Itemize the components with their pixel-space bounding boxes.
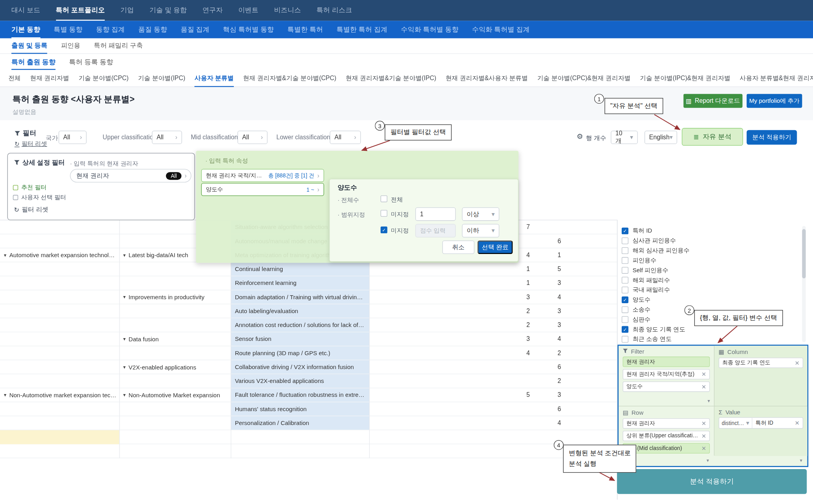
table-row[interactable]: Various V2X-enabled applications 2 bbox=[0, 374, 617, 388]
add-to-portfolio-button[interactable]: My portfolio에 추가 bbox=[747, 94, 802, 108]
language-select[interactable]: English▾ bbox=[645, 131, 677, 144]
gear-icon[interactable]: ⚙ bbox=[576, 132, 583, 140]
row-count-select[interactable]: 10 개▾ bbox=[611, 131, 638, 144]
filter-chip[interactable]: 현재 권리자 국적/지역(추정) ✕ bbox=[623, 369, 710, 379]
group-label-level2[interactable]: ▼Improvements in productivity bbox=[122, 290, 229, 304]
top-nav-item[interactable]: 특허 포트폴리오 bbox=[56, 0, 105, 21]
recommended-filter-checkbox[interactable]: 추천 필터 bbox=[13, 183, 47, 191]
classification-tab[interactable]: 기술 분야별(CPC)&현재 권리자별 bbox=[537, 70, 630, 87]
top-nav-item[interactable]: 비즈니스 bbox=[274, 0, 301, 21]
classification-tab[interactable]: 현재 권리자별&사용자 분류별 bbox=[445, 70, 528, 87]
min-unspecified-checkbox[interactable] bbox=[381, 210, 387, 217]
field-checkbox-item[interactable]: Self 피인용수 bbox=[622, 265, 793, 275]
total-checkbox[interactable] bbox=[381, 195, 387, 202]
table-row[interactable]: Auto labeling/evaluation 2 3 bbox=[0, 304, 617, 318]
field-checkbox-item[interactable]: 국내 패밀리수 bbox=[622, 285, 793, 295]
table-row[interactable]: Reinforcement learning 1 3 bbox=[0, 276, 617, 290]
classification-tab[interactable]: 사용자 분류별&현재 권리자별 bbox=[740, 70, 813, 87]
apply-analysis-main-button[interactable]: 분석 적용하기 bbox=[617, 469, 807, 494]
scroll-down-icon[interactable]: ▼ bbox=[707, 399, 711, 403]
classification-tab[interactable]: 기술 분야별(IPC) bbox=[138, 70, 185, 87]
report-download-button[interactable]: ▥ Report 다운로드 bbox=[683, 94, 742, 108]
section-nav-item[interactable]: 피인용 bbox=[61, 38, 80, 54]
sub-nav-item[interactable]: 특별 동향 bbox=[54, 21, 83, 38]
top-nav-item[interactable]: 연구자 bbox=[202, 0, 223, 21]
upper-classification-select[interactable]: All› bbox=[152, 131, 182, 144]
row-chip[interactable]: 상위 분류(Upper classificati… ✕ bbox=[623, 431, 710, 441]
classification-tab[interactable]: 현재 권리자별&기술 분야별(CPC) bbox=[243, 70, 336, 87]
top-nav-item[interactable]: 기업 bbox=[120, 0, 134, 21]
group-label-level2[interactable]: ▼Data fusion bbox=[122, 332, 229, 346]
nationality-attribute-row[interactable]: 현재 권리자 국적/지… 총 [888건] 중 [1] 건› bbox=[201, 169, 324, 182]
group-label-level2[interactable]: ▼Non-Automotive Market expansion bbox=[122, 388, 229, 402]
sub-nav-item[interactable]: 동향 집계 bbox=[96, 21, 125, 38]
sub-nav-item[interactable]: 핵심 특허별 동향 bbox=[223, 21, 274, 38]
row-chip[interactable]: 현재 권리자 ✕ bbox=[623, 418, 710, 429]
remove-icon[interactable]: ✕ bbox=[701, 433, 706, 439]
mid-classification-select[interactable]: All› bbox=[237, 131, 268, 144]
trend-nav-item[interactable]: 특허 등록 동향 bbox=[69, 54, 113, 70]
table-row[interactable]: Route planning (3D map / GPS etc.) 4 2 bbox=[0, 346, 617, 360]
group-label-level1[interactable]: ▼Non-Automotive market expansion technol… bbox=[3, 388, 117, 402]
min-operator-select[interactable]: 이상▾ bbox=[462, 207, 499, 221]
sub-nav-item[interactable]: 특별한 특허 집계 bbox=[337, 21, 387, 38]
detail-filter-reset-button[interactable]: ↻ 필터 리셋 bbox=[14, 205, 48, 214]
table-row[interactable]: Sensor fusion 3 4 bbox=[0, 332, 617, 346]
field-checkbox-item[interactable]: 특허 ID bbox=[622, 226, 793, 236]
filter-chip[interactable]: 양도수 ✕ bbox=[623, 381, 710, 392]
apply-analysis-button[interactable]: 분석 적용하기 bbox=[747, 130, 797, 145]
table-row[interactable]: Personalization / Calibration 4 bbox=[0, 416, 617, 430]
country-select[interactable]: All› bbox=[59, 131, 87, 144]
sub-nav-item[interactable]: 품질 동향 bbox=[139, 21, 168, 38]
classification-tab[interactable]: 현재 권리자별 bbox=[30, 70, 69, 87]
filter-chip[interactable]: 현재 권리자 ✕ bbox=[623, 357, 710, 367]
trend-nav-item[interactable]: 특허 출원 동향 bbox=[12, 54, 56, 70]
field-checkbox-item[interactable]: 피인용수 bbox=[622, 256, 793, 265]
current-rights-holder-field[interactable]: 현재 권리자 All › bbox=[70, 169, 191, 183]
top-nav-item[interactable]: 대시 보드 bbox=[12, 0, 40, 21]
max-value-input[interactable] bbox=[415, 224, 456, 237]
scroll-down-icon[interactable]: ▼ bbox=[799, 459, 803, 463]
table-row[interactable]: Humans' status recognition 6 bbox=[0, 402, 617, 416]
min-value-input[interactable] bbox=[415, 207, 456, 221]
classification-tab[interactable]: 기술 분야별(CPC) bbox=[79, 70, 129, 87]
free-analysis-button[interactable]: ≣ 자유 분석 bbox=[682, 128, 743, 146]
field-checkbox-item[interactable]: 해외 심사관 피인용수 bbox=[622, 246, 793, 256]
classification-tab[interactable]: 현재 권리자별&기술 분야별(IPC) bbox=[346, 70, 436, 87]
value-chip[interactable]: distinct… ▾ 특허 ID ✕ bbox=[719, 417, 803, 429]
sub-nav-item[interactable]: 품질 집계 bbox=[181, 21, 210, 38]
section-nav-item[interactable]: 특허 패밀리 구축 bbox=[94, 38, 143, 54]
aggregation-select[interactable]: distinct… ▾ bbox=[719, 418, 753, 428]
cancel-button[interactable]: 취소 bbox=[442, 240, 474, 254]
confirm-selection-button[interactable]: 선택 완료 bbox=[478, 240, 513, 254]
classification-tab[interactable]: 전체 bbox=[8, 70, 21, 87]
max-operator-select[interactable]: 이하▾ bbox=[462, 224, 499, 237]
sub-nav-item[interactable]: 수익화 특허별 동향 bbox=[401, 21, 459, 38]
lower-classification-select[interactable]: All› bbox=[330, 131, 361, 144]
field-checkbox-item[interactable]: 양도수 bbox=[622, 295, 793, 305]
assignment-count-attribute-row[interactable]: 양도수 1 ~› bbox=[201, 183, 324, 196]
remove-icon[interactable]: ✕ bbox=[701, 371, 706, 378]
field-checkbox-item[interactable]: 최근 소송 연도 bbox=[622, 334, 793, 344]
remove-icon[interactable]: ✕ bbox=[701, 383, 706, 390]
field-list-scrollbar[interactable] bbox=[802, 226, 806, 342]
max-unspecified-checkbox[interactable] bbox=[381, 227, 387, 233]
column-chip[interactable]: 최종 양도 기록 연도 ✕ bbox=[719, 358, 803, 368]
sub-nav-item[interactable]: 특별한 특허 bbox=[287, 21, 323, 38]
classification-tab[interactable]: 기술 분야별(IPC)&현재 권리자별 bbox=[640, 70, 730, 87]
remove-icon[interactable]: ✕ bbox=[795, 419, 803, 426]
table-row[interactable]: Domain adaptation / Training with virtua… bbox=[0, 290, 617, 304]
field-checkbox-item[interactable]: 해외 패밀리수 bbox=[622, 275, 793, 285]
top-nav-item[interactable]: 이벤트 bbox=[238, 0, 258, 21]
table-row[interactable]: Annotation cost reduction / solutions fo… bbox=[0, 318, 617, 332]
group-label-level1[interactable]: ▼Automotive market expansion technologie… bbox=[3, 248, 117, 262]
sub-nav-item[interactable]: 기본 동향 bbox=[12, 21, 40, 38]
scroll-down-icon[interactable]: ▼ bbox=[706, 459, 710, 463]
classification-tab[interactable]: 사용자 분류별 bbox=[195, 70, 233, 87]
user-select-filter-checkbox[interactable]: 사용자 선택 필터 bbox=[13, 193, 66, 201]
remove-icon[interactable]: ✕ bbox=[701, 445, 706, 452]
top-nav-item[interactable]: 기술 및 융합 bbox=[149, 0, 187, 21]
field-checkbox-item[interactable]: 심사관 피인용수 bbox=[622, 236, 793, 246]
remove-icon[interactable]: ✕ bbox=[701, 420, 706, 427]
group-label-level2[interactable]: ▼V2X-enabled applications bbox=[122, 360, 229, 374]
